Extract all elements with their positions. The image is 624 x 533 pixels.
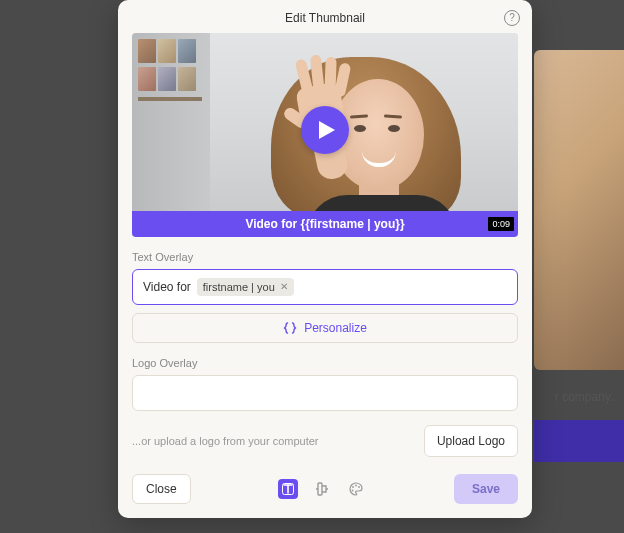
tool-icons [278,479,366,499]
save-button[interactable]: Save [454,474,518,504]
video-thumbnail-preview: Video for {{firstname | you}} 0:09 [132,33,518,237]
svg-point-2 [352,486,354,488]
play-icon [318,120,336,140]
close-button[interactable]: Close [132,474,191,504]
thumbnail-overlay-bar: Video for {{firstname | you}} 0:09 [132,211,518,237]
text-tool-icon[interactable] [278,479,298,499]
modal-header: Edit Thumbnail ? [118,0,532,33]
personalize-label: Personalize [304,321,367,335]
braces-icon [283,321,297,335]
text-overlay-prefix: Video for [143,280,191,294]
personalize-button[interactable]: Personalize [132,313,518,343]
upload-hint: ...or upload a logo from your computer [132,435,318,447]
svg-point-3 [355,485,357,487]
background-image [534,50,624,370]
overlay-text: Video for {{firstname | you}} [245,217,404,231]
background-button[interactable] [534,420,624,462]
variable-token-label: firstname | you [203,281,275,293]
play-button[interactable] [301,106,349,154]
upload-logo-button[interactable]: Upload Logo [424,425,518,457]
crop-tool-icon[interactable] [312,479,332,499]
palette-tool-icon[interactable] [346,479,366,499]
background-placeholder-text: r company... [555,390,620,404]
text-overlay-label: Text Overlay [132,251,518,263]
edit-thumbnail-modal: Edit Thumbnail ? [118,0,532,518]
svg-point-4 [358,486,360,488]
text-overlay-input[interactable]: Video for firstname | you ✕ [132,269,518,305]
token-remove-icon[interactable]: ✕ [280,282,288,292]
modal-title: Edit Thumbnail [285,11,365,25]
logo-overlay-input[interactable] [132,375,518,411]
variable-token[interactable]: firstname | you ✕ [197,278,294,296]
svg-rect-1 [318,483,322,495]
video-duration: 0:09 [488,217,514,231]
logo-overlay-label: Logo Overlay [132,357,518,369]
svg-point-5 [352,490,354,492]
help-icon[interactable]: ? [504,10,520,26]
modal-footer: Close Save [118,462,532,518]
